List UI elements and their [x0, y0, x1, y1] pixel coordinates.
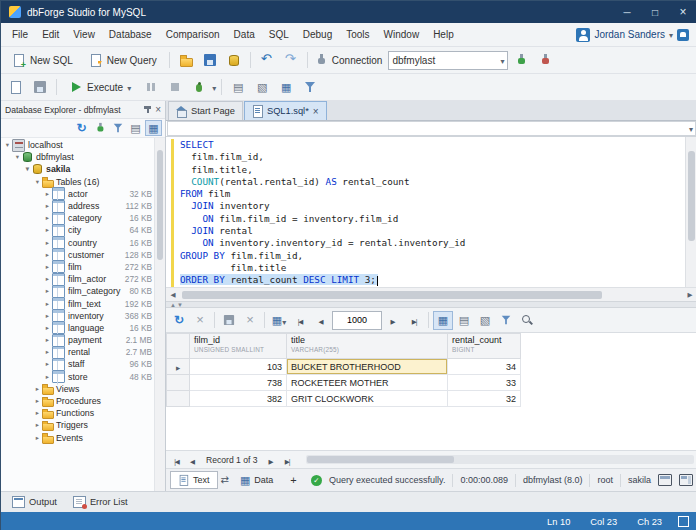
tree-item-store[interactable]: ▸store48 KB [1, 371, 155, 383]
last-record-button[interactable] [280, 453, 295, 467]
code-line-2[interactable]: film.film_id, [180, 151, 696, 163]
cell-title[interactable]: ROCKETEER MOTHER [287, 375, 448, 391]
tree-item-dbfmylast[interactable]: ▾dbfmylast [1, 151, 155, 163]
tab-sql1[interactable]: SQL1.sql* [244, 101, 327, 120]
tree-item-triggers[interactable]: ▸Triggers [1, 419, 155, 431]
prev-record-button[interactable] [185, 453, 200, 467]
undo-button[interactable] [256, 50, 278, 70]
tree-item-staff[interactable]: ▸staff96 KB [1, 358, 155, 370]
editor-scrollbar[interactable] [685, 137, 696, 287]
editor-results-splitter[interactable]: ▲▼ [166, 301, 696, 308]
cell-film_id[interactable]: 382 [190, 391, 287, 407]
new-document-button[interactable] [5, 77, 27, 97]
tab-text-view[interactable]: Text [170, 471, 218, 489]
tree-expander-icon[interactable]: ▾ [13, 153, 22, 161]
minimize-button[interactable] [613, 1, 641, 23]
tree-expander-icon[interactable]: ▸ [43, 226, 52, 234]
tree-expander-icon[interactable]: ▾ [23, 165, 32, 173]
scroll-left-icon[interactable]: ◀ [166, 291, 180, 299]
layout-switch-icon[interactable] [221, 475, 229, 485]
row-selector[interactable] [167, 391, 190, 407]
menu-item-tools[interactable]: Tools [339, 25, 376, 44]
pause-button[interactable] [140, 77, 162, 97]
menu-item-edit[interactable]: Edit [35, 25, 66, 44]
panel-close-icon[interactable] [155, 104, 161, 115]
auto-filter-button[interactable] [496, 311, 516, 330]
explorer-refresh-button[interactable] [73, 120, 90, 136]
scroll-right-icon[interactable]: ▶ [683, 291, 696, 299]
tree-item-sakila[interactable]: ▾sakila [1, 163, 155, 175]
next-page-button[interactable] [383, 311, 403, 330]
grid-row-2[interactable]: 738ROCKETEER MOTHER33 [167, 375, 521, 391]
first-record-button[interactable] [169, 453, 184, 467]
close-button[interactable] [669, 1, 696, 23]
tree-expander-icon[interactable]: ▾ [33, 178, 42, 186]
tree-item-customer[interactable]: ▸customer128 KB [1, 249, 155, 261]
grid-hscrollbar[interactable] [306, 455, 694, 464]
statusbar-panel-icon[interactable] [678, 516, 689, 527]
explorer-details-button[interactable] [145, 120, 162, 136]
code-line-3[interactable]: film.title, [180, 164, 696, 176]
tree-item-actor[interactable]: ▸actor32 KB [1, 188, 155, 200]
tree-expander-icon[interactable]: ▸ [33, 434, 42, 442]
tree-item-tables-16[interactable]: ▾Tables (16) [1, 176, 155, 188]
format-sql-button[interactable] [275, 77, 297, 97]
disconnect-button[interactable] [534, 50, 556, 70]
tree-expander-icon[interactable]: ▸ [43, 214, 52, 222]
last-page-button[interactable] [404, 311, 424, 330]
paging-mode-button[interactable] [269, 311, 289, 330]
split-layout-icon[interactable] [679, 474, 693, 486]
new-query-button[interactable]: New Query [82, 50, 164, 70]
explorer-filter-button[interactable] [109, 120, 126, 136]
cell-film_id[interactable]: 738 [190, 375, 287, 391]
code-line-6[interactable]: JOIN inventory [180, 200, 696, 212]
grid-corner[interactable] [167, 334, 190, 359]
tree-expander-icon[interactable]: ▸ [43, 202, 52, 210]
first-page-button[interactable] [290, 311, 310, 330]
open-file-button[interactable] [175, 50, 197, 70]
new-sql-button[interactable]: New SQL [5, 50, 80, 70]
tree-expander-icon[interactable]: ▸ [43, 251, 52, 259]
pivot-view-button[interactable] [475, 311, 495, 330]
code-line-8[interactable]: JOIN rental [180, 225, 696, 237]
pin-icon[interactable] [143, 105, 152, 114]
grid-row-3[interactable]: 382GRIT CLOCKWORK32 [167, 391, 521, 407]
code-line-9[interactable]: ON inventory.inventory_id = rental.inven… [180, 237, 696, 249]
tree-item-country[interactable]: ▸country16 KB [1, 237, 155, 249]
add-view-button[interactable]: + [284, 474, 302, 486]
editor-hscrollbar[interactable]: ◀ ▶ [166, 287, 696, 301]
refresh-results-button[interactable] [169, 311, 189, 330]
tree-expander-icon[interactable]: ▾ [3, 141, 12, 149]
debug-button[interactable] [188, 77, 210, 97]
cell-rental_count[interactable]: 34 [448, 359, 521, 375]
tree-expander-icon[interactable]: ▸ [43, 336, 52, 344]
single-layout-icon[interactable] [658, 474, 672, 486]
tree-expander-icon[interactable]: ▸ [33, 421, 42, 429]
delete-row-button[interactable] [240, 311, 260, 330]
menu-item-view[interactable]: View [66, 25, 102, 44]
maximize-button[interactable] [641, 1, 669, 23]
query-profiler-button[interactable] [227, 77, 249, 97]
tree-expander-icon[interactable]: ▸ [43, 312, 52, 320]
find-in-results-button[interactable] [517, 311, 537, 330]
tree-expander-icon[interactable]: ▸ [33, 397, 42, 405]
tree-item-film-category[interactable]: ▸film_category80 KB [1, 285, 155, 297]
snippets-button[interactable] [299, 77, 321, 97]
cell-rental_count[interactable]: 33 [448, 375, 521, 391]
prev-page-button[interactable] [311, 311, 331, 330]
user-menu[interactable]: Jordan Sanders [576, 28, 693, 42]
next-record-button[interactable] [264, 453, 279, 467]
notifications-icon[interactable] [677, 29, 689, 41]
tree-item-localhost[interactable]: ▾localhost [1, 139, 155, 151]
tree-expander-icon[interactable]: ▸ [43, 324, 52, 332]
save-button[interactable] [199, 50, 221, 70]
document-selector-dropdown[interactable] [167, 121, 696, 136]
code-line-12[interactable]: ORDER BY rental_count DESC LIMIT 3; [180, 274, 696, 286]
connect-button[interactable] [510, 50, 532, 70]
row-selector[interactable] [167, 359, 190, 375]
tree-expander-icon[interactable]: ▸ [43, 263, 52, 271]
grid-view-button[interactable] [433, 311, 453, 330]
connection-select[interactable]: dbfmylast [388, 51, 508, 70]
tree-item-inventory[interactable]: ▸inventory368 KB [1, 310, 155, 322]
cell-title[interactable]: BUCKET BROTHERHOOD [287, 359, 448, 375]
